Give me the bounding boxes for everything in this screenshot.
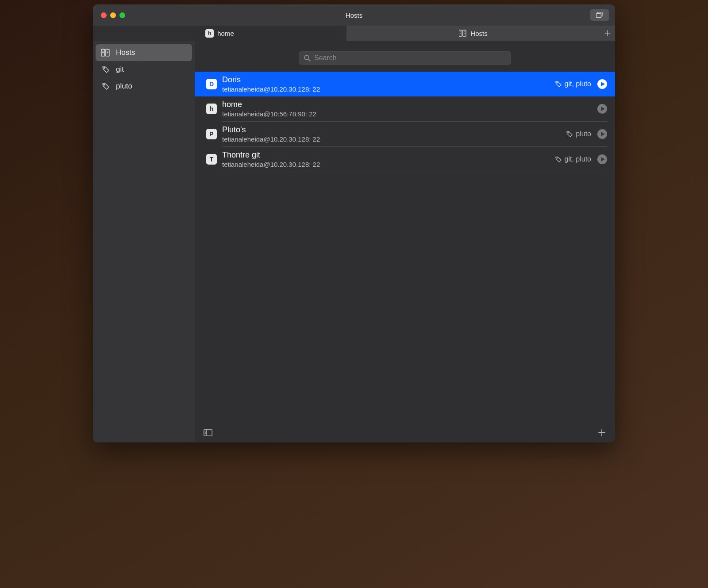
host-row[interactable]: h home tetianaleheida@10:56:78:90: 22 [195, 96, 615, 121]
host-tags-text: git, pluto [565, 80, 591, 88]
host-avatar: T [206, 154, 217, 165]
host-name: home [222, 100, 592, 109]
host-avatar: h [206, 104, 217, 114]
tag-icon [101, 65, 111, 73]
plus-icon [604, 30, 611, 36]
window-title: Hosts [93, 12, 615, 19]
add-host-button[interactable] [596, 427, 608, 439]
bottombar [195, 423, 615, 442]
separator [222, 172, 607, 172]
multi-window-button[interactable] [590, 9, 609, 21]
search-icon [304, 54, 311, 61]
host-address: tetianaleheida@10:56:78:90: 22 [222, 110, 592, 118]
sidebar-item-tag-pluto[interactable]: pluto [96, 78, 192, 95]
window-controls [93, 12, 125, 18]
host-row[interactable]: T Thontre git tetianaleheida@10.20.30.12… [195, 147, 615, 172]
host-address: tetianaleheida@10.20.30.128: 22 [222, 85, 550, 93]
close-icon[interactable] [101, 12, 107, 18]
svg-line-17 [308, 59, 310, 61]
tag-icon [555, 156, 562, 163]
host-list: D Doris tetianaleheida@10.20.30.128: 22 … [195, 72, 615, 423]
svg-rect-1 [596, 14, 601, 18]
host-info: home tetianaleheida@10:56:78:90: 22 [222, 100, 592, 118]
connect-button[interactable] [597, 129, 607, 139]
host-avatar: D [206, 79, 217, 89]
toggle-sidebar-button[interactable] [202, 427, 214, 439]
host-info: Thontre git tetianaleheida@10.20.30.128:… [222, 150, 550, 168]
tabbar: h home Hosts [93, 26, 615, 41]
host-tags: git, pluto [555, 155, 591, 164]
host-tags-text: git, pluto [565, 155, 591, 163]
tab-label: Hosts [470, 30, 487, 37]
minimize-icon[interactable] [110, 12, 116, 18]
svg-point-14 [104, 67, 105, 69]
connect-button[interactable] [597, 79, 607, 89]
app-window: Hosts h home Hosts Hosts [93, 4, 615, 442]
maximize-icon[interactable] [119, 12, 125, 18]
host-address: tetianaleheida@10.20.30.128: 22 [222, 135, 561, 143]
host-row[interactable]: P Pluto's tetianaleheida@10.20.30.128: 2… [195, 122, 615, 146]
tag-icon [555, 81, 562, 88]
sidebar-item-label: pluto [116, 82, 132, 91]
searchbar[interactable] [299, 51, 511, 65]
hosts-icon [459, 30, 467, 37]
svg-point-18 [556, 82, 557, 83]
tab-hosts[interactable]: Hosts [346, 26, 600, 41]
tab-home[interactable]: h home [93, 26, 346, 41]
svg-rect-21 [204, 430, 212, 436]
searchbar-wrap [195, 41, 615, 72]
search-input[interactable] [314, 54, 506, 62]
svg-point-20 [556, 158, 557, 158]
play-icon [601, 132, 605, 136]
host-name: Doris [222, 75, 550, 85]
host-name: Pluto's [222, 125, 561, 135]
connect-button[interactable] [597, 104, 607, 114]
host-tags-text: pluto [576, 130, 591, 138]
sidebar-item-label: git [116, 65, 124, 74]
hosts-icon [101, 49, 111, 57]
sidebar-item-hosts[interactable]: Hosts [96, 44, 192, 61]
host-info: Doris tetianaleheida@10.20.30.128: 22 [222, 75, 550, 93]
host-info: Pluto's tetianaleheida@10.20.30.128: 22 [222, 125, 561, 143]
sidebar: Hosts git pluto [93, 41, 195, 442]
tab-label: home [217, 30, 234, 37]
play-icon [601, 157, 605, 161]
body: Hosts git pluto [93, 41, 615, 442]
host-name: Thontre git [222, 150, 550, 160]
plus-icon [598, 429, 606, 437]
host-address: tetianaleheida@10.20.30.128: 22 [222, 161, 550, 168]
host-tags: pluto [566, 130, 591, 139]
host-tags: git, pluto [555, 80, 591, 89]
tag-icon [101, 82, 111, 90]
host-avatar: P [206, 129, 217, 139]
sidebar-item-label: Hosts [116, 48, 135, 57]
sidebar-item-tag-git[interactable]: git [96, 61, 192, 78]
svg-point-19 [568, 132, 569, 133]
tag-icon [566, 131, 573, 138]
add-tab-button[interactable] [600, 26, 615, 41]
stack-icon [596, 12, 603, 18]
main-pane: D Doris tetianaleheida@10.20.30.128: 22 … [195, 41, 615, 442]
connect-button[interactable] [597, 154, 607, 164]
host-letter-icon: h [205, 29, 214, 38]
panel-icon [204, 429, 212, 436]
titlebar: Hosts [93, 4, 615, 26]
svg-point-15 [104, 84, 105, 85]
play-icon [601, 107, 605, 111]
play-icon [601, 82, 605, 86]
host-row[interactable]: D Doris tetianaleheida@10.20.30.128: 22 … [195, 72, 615, 96]
